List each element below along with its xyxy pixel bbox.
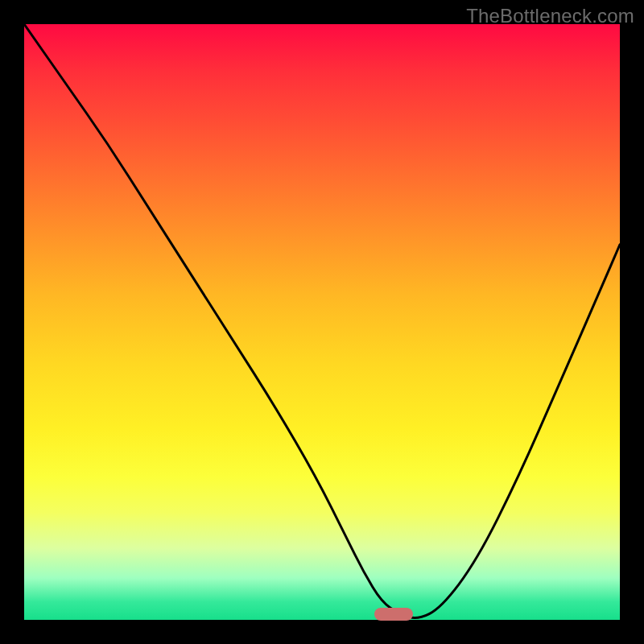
chart-frame: TheBottleneck.com [0, 0, 644, 644]
plot-area [24, 24, 620, 620]
watermark-text: TheBottleneck.com [466, 5, 634, 27]
curve-path [24, 24, 620, 618]
optimal-marker [374, 608, 413, 621]
bottleneck-curve [24, 24, 620, 620]
